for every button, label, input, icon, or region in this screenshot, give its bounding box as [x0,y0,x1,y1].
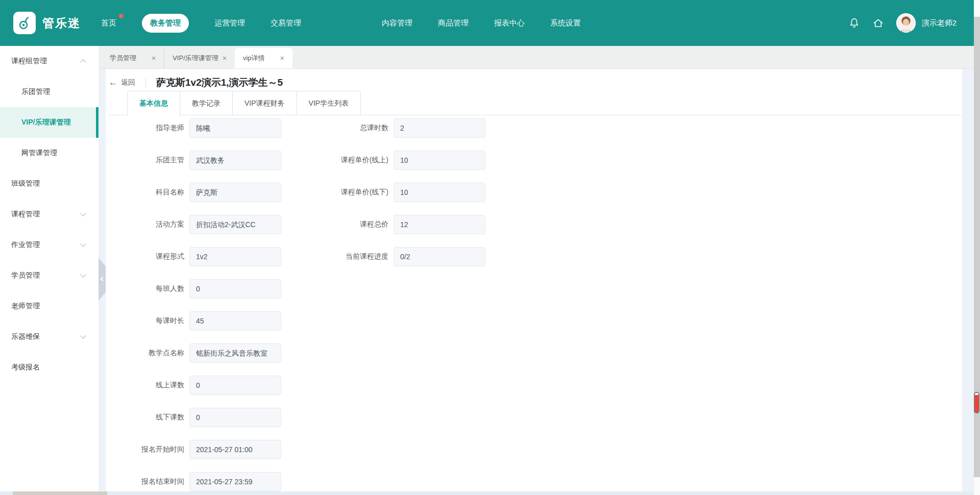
divider [145,78,146,87]
field-signup-end-time: 2021-05-27 23:59 [189,472,281,491]
form-row: 指导老师陈曦 [109,118,281,138]
detail-header: ← 返回 萨克斯1v2演示1,演示学生～5 [109,75,962,90]
sidebar-item-online-course[interactable]: 网管课管理 [0,138,99,168]
field-label: 指导老师 [109,123,184,133]
content-right-gutter [962,69,974,495]
tag-vip-detail[interactable]: vip详情× [235,48,292,68]
sidebar-item-vip-course[interactable]: VIP/乐理课管理 [0,107,99,138]
nav-item-home[interactable]: 首页 [101,18,116,28]
form-row: 报名开始时间2021-05-27 01:00 [109,440,281,459]
field-label: 乐团主管 [109,156,184,165]
main-content: ← 返回 萨克斯1v2演示1,演示学生～5 基本信息 教学记录 VIP课程财务 … [106,69,962,491]
sidebar-item-instrument[interactable]: 乐器维保 [0,321,99,352]
page-title: 萨克斯1v2演示1,演示学生～5 [156,76,283,89]
close-icon[interactable]: × [280,55,284,62]
sidebar-item-teacher[interactable]: 老师管理 [0,291,99,321]
form-row: 每班人数0 [109,279,281,299]
field-orchestra-supervisor: 武汉教务 [189,151,281,170]
back-button[interactable]: 返回 [121,78,135,87]
form-row: 课程总价12 [308,215,485,234]
field-label: 课程总价 [308,220,388,229]
sidebar-item-student[interactable]: 学员管理 [0,260,99,291]
sidebar-item-class[interactable]: 班级管理 [0,168,99,199]
field-label: 线上课数 [109,381,184,390]
vertical-scrollbar[interactable] [974,0,980,495]
nav-item-operation[interactable]: 运营管理 [214,18,245,28]
chevron-down-icon [80,241,86,246]
tab-vip-course-finance[interactable]: VIP课程财务 [232,91,297,115]
close-icon[interactable]: × [152,55,156,62]
sidebar-item-course[interactable]: 课程管理 [0,199,99,230]
vertical-scrollbar-thumb[interactable] [974,392,979,413]
field-signup-start-time: 2021-05-27 01:00 [189,440,281,459]
nav-item-academic[interactable]: 教务管理 [142,14,189,33]
field-unit-price-offline: 10 [394,183,485,202]
home-icon[interactable] [872,17,884,29]
form-column-right: 总课时数2 课程单价(线上)10 课程单价(线下)10 课程总价12 当前课程进… [308,118,485,495]
field-label: 每班人数 [109,284,184,293]
close-icon[interactable]: × [223,55,227,62]
avatar[interactable] [896,13,916,33]
field-label: 总课时数 [308,123,388,133]
field-label: 课程单价(线上) [308,156,388,165]
form-row: 乐团主管武汉教务 [109,151,281,170]
sidebar-item-course-group[interactable]: 课程组管理 [0,46,99,77]
chevron-down-icon [80,210,86,216]
music-note-icon [18,16,31,30]
brand-name: 管乐迷 [42,15,81,31]
tags-view-bar: 学员管理× VIP/乐理课管理× vip详情× [99,46,974,69]
field-label: 线下课数 [109,413,184,422]
basic-info-form: 指导老师陈曦 乐团主管武汉教务 科目名称萨克斯 活动方案折扣活动2-武汉CC 课… [109,118,962,495]
header-right-cluster: 演示老师2 [848,13,957,33]
form-row: 线下课数0 [109,408,281,427]
chevron-up-icon [80,59,86,65]
sidebar-item-exam[interactable]: 考级报名 [0,352,99,383]
form-row: 线上课数0 [109,376,281,395]
sidebar-item-homework[interactable]: 作业管理 [0,230,99,260]
sidebar-item-orchestra[interactable]: 乐团管理 [0,77,99,107]
field-label: 活动方案 [109,220,184,229]
back-arrow-icon[interactable]: ← [109,78,117,88]
horizontal-scrollbar-thumb[interactable] [13,491,107,495]
app-header: 管乐迷 首页 教务管理 运营管理 交易管理 内容管理 商品管理 报表中心 系统设… [0,0,974,46]
nav-item-settings[interactable]: 系统设置 [550,18,581,28]
field-online-lessons: 0 [189,376,281,395]
field-teaching-point: 铭新街乐之风音乐教室 [189,343,281,363]
form-row: 课程单价(线下)10 [308,183,485,202]
field-lesson-duration: 45 [189,311,281,331]
field-subject-name: 萨克斯 [189,183,281,202]
form-row: 课程单价(线上)10 [308,151,485,170]
tag-student-management[interactable]: 学员管理× [102,48,164,68]
nav-item-trade[interactable]: 交易管理 [271,18,301,28]
field-label: 教学点名称 [109,349,184,358]
field-label: 课程单价(线下) [308,188,388,197]
form-row: 每课时长45 [109,311,281,331]
field-label: 课程形式 [109,252,184,261]
form-row: 教学点名称铭新街乐之风音乐教室 [109,343,281,363]
form-row: 总课时数2 [308,118,485,138]
tab-teaching-record[interactable]: 教学记录 [180,91,233,115]
nav-item-goods[interactable]: 商品管理 [438,18,469,28]
nav-item-report[interactable]: 报表中心 [494,18,525,28]
field-total-lessons: 2 [394,118,485,138]
notification-dot-icon [119,14,124,18]
avatar-illustration [896,13,916,33]
form-row: 活动方案折扣活动2-武汉CC [109,215,281,234]
tab-basic-info[interactable]: 基本信息 [127,91,180,116]
chevron-down-icon [80,271,86,277]
nav-item-content[interactable]: 内容管理 [382,18,412,28]
bell-icon[interactable] [848,17,860,29]
user-name[interactable]: 演示老师2 [922,18,957,28]
field-activity-plan: 折扣活动2-武汉CC [189,215,281,234]
app-logo [13,12,36,34]
form-column-left: 指导老师陈曦 乐团主管武汉教务 科目名称萨克斯 活动方案折扣活动2-武汉CC 课… [109,118,281,495]
field-label: 当前课程进度 [308,252,388,261]
tag-vip-course-management[interactable]: VIP/乐理课管理× [164,48,235,68]
horizontal-scrollbar[interactable] [0,491,974,495]
field-label: 每课时长 [109,316,184,326]
form-row: 当前课程进度0/2 [308,247,485,266]
sidebar-collapse-handle[interactable] [99,258,106,301]
field-class-size: 0 [189,279,281,299]
field-total-price: 12 [394,215,485,234]
tab-vip-student-list[interactable]: VIP学生列表 [297,91,361,115]
